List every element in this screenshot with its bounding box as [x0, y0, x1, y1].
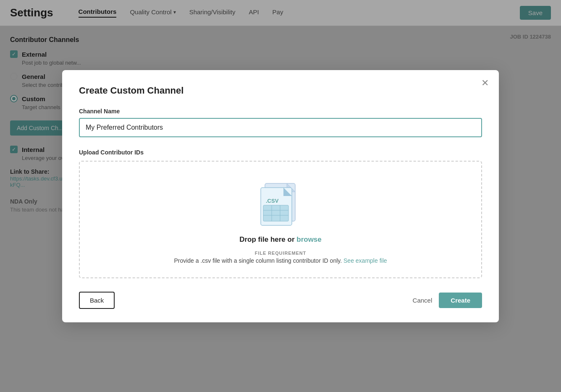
csv-file-icon: .CSV: [257, 178, 304, 229]
create-custom-channel-modal: ✕ Create Custom Channel Channel Name Upl…: [62, 70, 499, 322]
back-button[interactable]: Back: [79, 292, 115, 309]
browse-link[interactable]: browse: [296, 235, 322, 243]
file-req-desc: Provide a .csv file with a single column…: [174, 257, 387, 264]
file-req-label: FILE REQUIREMENT: [174, 251, 387, 256]
see-example-link[interactable]: See example file: [343, 257, 387, 264]
drop-zone[interactable]: .CSV Drop file here or browse FILE REQUI…: [79, 161, 482, 278]
modal-title: Create Custom Channel: [79, 85, 482, 96]
modal-overlay: ✕ Create Custom Channel Channel Name Upl…: [0, 0, 561, 392]
file-requirement-section: FILE REQUIREMENT Provide a .csv file wit…: [174, 251, 387, 264]
modal-close-button[interactable]: ✕: [481, 78, 489, 88]
svg-rect-6: [263, 205, 288, 221]
channel-name-input[interactable]: [79, 118, 482, 137]
modal-footer: Back Cancel Create: [79, 292, 482, 309]
channel-name-label: Channel Name: [79, 108, 482, 115]
cancel-button[interactable]: Cancel: [413, 297, 433, 304]
drop-text: Drop file here or browse: [239, 235, 322, 244]
footer-right: Cancel Create: [413, 293, 482, 308]
create-button[interactable]: Create: [439, 293, 482, 308]
svg-text:.CSV: .CSV: [266, 198, 279, 204]
upload-label: Upload Contributor IDs: [79, 149, 482, 156]
